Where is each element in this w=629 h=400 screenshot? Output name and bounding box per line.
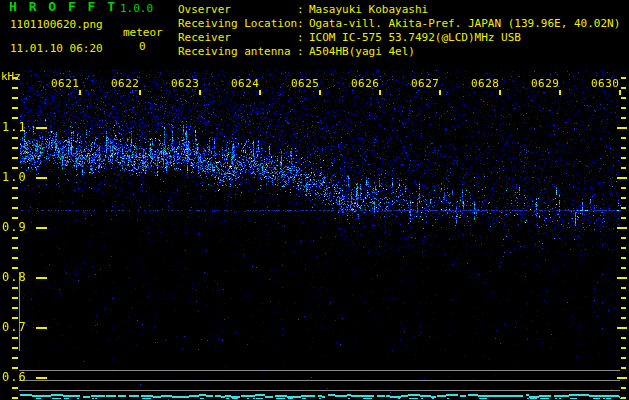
timestamp: 11.01.10 06:20 — [10, 43, 103, 55]
time-tick-label: 0623 — [171, 78, 199, 90]
time-tick-label: 0622 — [111, 78, 139, 90]
time-tick-label: 0626 — [351, 78, 379, 90]
freq-tick-label: 1.1 — [2, 121, 36, 134]
app-title: H R O F F T — [9, 1, 117, 13]
time-tick-label: 0624 — [231, 78, 259, 90]
time-tick-label: 0630 — [591, 78, 619, 90]
info-colon: : — [297, 31, 309, 45]
station-info: Ovserver:Masayuki Kobayashi Receiving Lo… — [178, 3, 620, 59]
info-colon: : — [297, 45, 309, 59]
freq-tick-label: 1.0 — [2, 171, 36, 184]
info-label: Ovserver — [178, 3, 297, 17]
freq-tick-label: 0.8 — [2, 271, 36, 284]
time-tick-label: 0625 — [291, 78, 319, 90]
info-colon: : — [297, 17, 309, 31]
time-tick-label: 0629 — [531, 78, 559, 90]
freq-unit-label: kHz — [1, 70, 21, 83]
info-label: Receiving antenna — [178, 45, 297, 59]
info-row-antenna: Receiving antenna:A504HB(yagi 4el) — [178, 45, 620, 59]
spectrogram-plot: kHz 1.11.00.90.80.70.6062106220623062406… — [0, 70, 629, 400]
info-colon: : — [297, 3, 309, 17]
info-row-location: Receiving Location:Ogata-vill. Akita-Pre… — [178, 17, 620, 31]
info-value: ICOM IC-575 53.7492(@LCD)MHz USB — [309, 31, 521, 45]
freq-tick-label: 0.6 — [2, 371, 36, 384]
freq-tick-label: 0.7 — [2, 321, 36, 334]
app-version: 1.0.0 — [120, 3, 153, 15]
hrofft-screen: H R O F F T 1.0.0 1101100620.png meteor … — [0, 0, 629, 400]
info-value: A504HB(yagi 4el) — [309, 45, 415, 59]
info-value: Masayuki Kobayashi — [309, 3, 428, 17]
info-label: Receiver — [178, 31, 297, 45]
info-row-receiver: Receiver:ICOM IC-575 53.7492(@LCD)MHz US… — [178, 31, 620, 45]
info-label: Receiving Location — [178, 17, 297, 31]
info-value: Ogata-vill. Akita-Pref. JAPAN (139.96E, … — [309, 17, 620, 31]
time-tick-label: 0628 — [471, 78, 499, 90]
time-tick-label: 0627 — [411, 78, 439, 90]
spectrogram-canvas — [0, 70, 629, 400]
freq-tick-label: 0.9 — [2, 221, 36, 234]
info-row-observer: Ovserver:Masayuki Kobayashi — [178, 3, 620, 17]
time-tick-label: 0621 — [51, 78, 79, 90]
filename: 1101100620.png — [10, 19, 103, 31]
meteor-count-value: 0 — [139, 41, 146, 53]
meteor-count-label: meteor — [123, 27, 163, 39]
